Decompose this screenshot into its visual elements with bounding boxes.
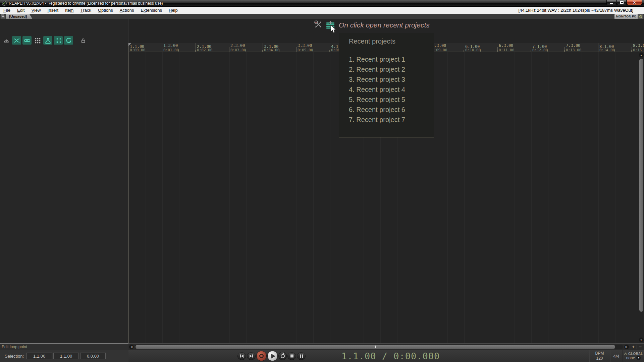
transport-position-display: 1.1.00 / 0:00.000 [341, 351, 440, 361]
menu-item[interactable]: Item [62, 7, 77, 14]
monitor-fx-chip: MONITOR FX [614, 14, 643, 19]
toolbar-crossfade-icon[interactable] [12, 36, 21, 45]
transport-right-cluster: BPM 120 4/4 GLOBAL none ▼ [589, 350, 644, 362]
project-tab-bar: + [Unsaved] MONITOR FX [0, 14, 644, 19]
pause-button[interactable] [297, 352, 306, 360]
global-value: none [626, 356, 635, 360]
global-automation-control[interactable]: GLOBAL none ▼ [623, 350, 644, 362]
ruler-label-8.3.00: 8.3.000:15.00 [632, 43, 644, 52]
menu-help[interactable]: Help [165, 7, 181, 14]
vertical-scrollbar[interactable]: ▲ ▼ [639, 53, 644, 342]
main-toolbar [2, 36, 88, 45]
menu-bar: FileEditViewInsertItemTrackOptionsAction… [0, 7, 644, 14]
track-control-panel[interactable] [0, 19, 128, 343]
recent-project-item[interactable]: 3. Recent project 3 [349, 74, 434, 84]
status-message: Edit loop point [2, 345, 27, 349]
ruler-label-3.3.00: 3.3.000:05.00 [296, 43, 330, 52]
bpm-control[interactable]: BPM 120 [589, 350, 610, 362]
global-label: GLOBAL [628, 352, 643, 356]
maximize-icon [620, 1, 624, 4]
menu-extensions[interactable]: Extensions [137, 7, 165, 14]
ruler-label-5.3.00: 5.3.000:09.00 [430, 43, 464, 52]
fit-arrows-icon[interactable] [314, 20, 323, 29]
menu-options[interactable]: Options [95, 7, 116, 14]
close-button[interactable]: x [627, 0, 642, 5]
horizontal-scroll-track[interactable] [135, 345, 623, 349]
monitor-fx-button[interactable]: MONITOR FX [614, 14, 638, 19]
audio-device-status: [44.1kHz 24bit WAV : 2/2ch 1024spls ~43/… [519, 8, 644, 13]
ruler-label-6.3.00: 6.3.000:11.00 [497, 43, 531, 52]
scroll-thumb-notch [375, 346, 376, 348]
ruler-label-1.1.00: 1.1.000:00.00 [128, 43, 162, 52]
window-title: REAPER v6.02/x64 - Registered to drwhite… [9, 1, 163, 6]
menu-view[interactable]: View [28, 7, 44, 14]
main-area: 1.1.000:00.001.3.000:01.002.1.000:02.002… [0, 19, 644, 343]
selection-row: Selection: 1.1.00 1.1.00 0.0.00 [0, 350, 128, 362]
reaper-window: REAPER v6.02/x64 - Registered to drwhite… [0, 0, 644, 362]
horizontal-scroll-thumb[interactable] [136, 345, 615, 349]
selection-end-field[interactable]: 1.1.00 [53, 353, 79, 359]
toolbar-lock-icon[interactable] [78, 36, 88, 45]
recent-project-item[interactable]: 5. Recent project 5 [349, 95, 434, 105]
recent-project-item[interactable]: 7. Recent project 7 [349, 115, 434, 125]
hint-tooltip-text: On click open recent projects [339, 21, 430, 29]
maximize-button[interactable] [617, 0, 627, 5]
menu-file[interactable]: File [0, 7, 14, 14]
recent-project-item[interactable]: 6. Recent project 6 [349, 105, 434, 115]
zoom-in-button[interactable]: + [630, 345, 636, 349]
selection-label: Selection: [5, 354, 24, 359]
selection-length-field[interactable]: 0.0.00 [80, 353, 106, 359]
toolbar-metronome-icon[interactable] [2, 36, 11, 45]
global-dropdown-button[interactable]: ▼ [636, 356, 641, 360]
ruler-label-7.3.00: 7.3.000:13.00 [565, 43, 598, 52]
scroll-down-button[interactable]: ▼ [639, 338, 644, 342]
scroll-up-button[interactable]: ▲ [639, 53, 644, 57]
toolbar-link-icon[interactable] [22, 36, 32, 45]
transport-bar: 1.1.00 / 0:00.000 BPM 120 4/4 GLOBAL [128, 350, 644, 362]
close-icon: x [633, 0, 636, 4]
recent-project-item[interactable]: 4. Recent project 4 [349, 84, 434, 95]
selection-start-field[interactable]: 1.1.00 [26, 353, 52, 359]
toolbar-grid-dots-icon[interactable] [33, 36, 42, 45]
recent-project-item[interactable]: 2. Recent project 2 [349, 64, 434, 74]
ruler-label-1.3.00: 1.3.000:01.00 [162, 43, 196, 52]
minimize-icon [610, 3, 613, 4]
stop-button[interactable] [287, 352, 296, 360]
loop-button[interactable] [278, 352, 287, 360]
mouse-cursor [330, 25, 338, 34]
minimize-button[interactable] [606, 0, 616, 5]
menu-actions[interactable]: Actions [116, 7, 138, 14]
record-button[interactable] [256, 351, 267, 361]
title-bar: REAPER v6.02/x64 - Registered to drwhite… [0, 0, 644, 7]
chevron-up-icon [624, 352, 627, 355]
time-signature-control[interactable]: 4/4 [610, 350, 623, 362]
reaper-app-icon [2, 1, 7, 6]
loop-point-marker[interactable] [128, 43, 131, 46]
monitor-fx-power-icon[interactable] [638, 14, 643, 19]
menu-edit[interactable]: Edit [14, 7, 28, 14]
toolbar-grid-lines-icon[interactable] [54, 36, 63, 45]
bpm-label: BPM [595, 351, 604, 356]
recent-project-item[interactable]: 1. Recent project 1 [349, 54, 434, 64]
recent-projects-panel: Recent projects 1. Recent project 12. Re… [339, 33, 434, 137]
bpm-value[interactable]: 120 [596, 356, 603, 361]
ruler-label-3.1.00: 3.1.000:04.00 [263, 43, 296, 52]
scroll-left-button[interactable]: ◀ [129, 345, 134, 349]
zoom-out-button[interactable]: − [637, 345, 643, 349]
horizontal-scrollbar[interactable]: ◀ ▶ + − [128, 343, 644, 350]
project-tab-unsaved[interactable]: [Unsaved] [6, 14, 32, 19]
menu-track[interactable]: Track [77, 7, 95, 14]
ruler-label-8.1.00: 8.1.000:14.00 [598, 43, 632, 52]
scroll-right-button[interactable]: ▶ [624, 345, 629, 349]
vertical-scroll-thumb[interactable] [639, 59, 643, 312]
go-to-start-button[interactable] [237, 352, 246, 360]
edit-cursor-line [128, 43, 129, 343]
toolbar-envelope-peak-icon[interactable] [43, 36, 52, 45]
bottom-bar: Edit loop point Selection: 1.1.00 1.1.00… [0, 343, 644, 362]
new-project-tab-button[interactable]: + [1, 14, 5, 19]
menu-insert[interactable]: Insert [44, 7, 62, 14]
play-button[interactable] [267, 351, 278, 361]
go-to-end-button[interactable] [247, 352, 256, 360]
status-line: Edit loop point [0, 343, 128, 350]
toolbar-undo-curve-icon[interactable] [64, 36, 73, 45]
